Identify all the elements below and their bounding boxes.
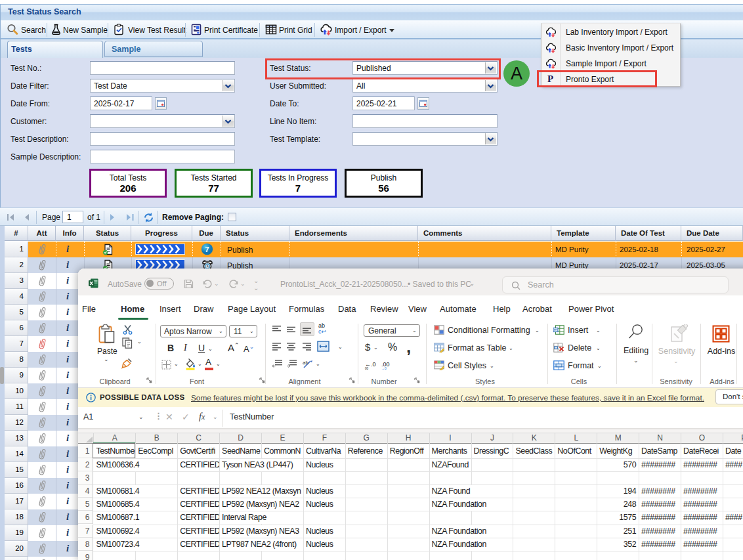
svg-text:ab: ab xyxy=(303,360,308,366)
svg-text:7: 7 xyxy=(205,246,209,253)
svg-text:00: 00 xyxy=(365,367,369,370)
svg-text:→0: →0 xyxy=(381,366,387,370)
